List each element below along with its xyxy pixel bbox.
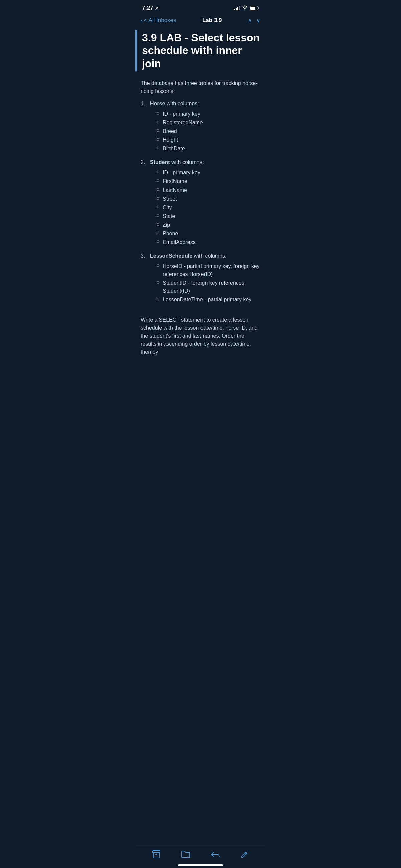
list-item: 1. Horse with columns: ID - primary key … (141, 101, 260, 153)
bullet-icon (157, 265, 159, 267)
list-item: EmailAddress (157, 238, 260, 246)
list-item: 2. Student with columns: ID - primary ke… (141, 159, 260, 246)
bullet-icon (157, 171, 159, 174)
list-number: 1. (141, 101, 147, 106)
bullet-icon (157, 138, 159, 141)
list-number: 3. (141, 253, 147, 259)
column-text: Phone (163, 229, 260, 238)
column-text: EmailAddress (163, 238, 260, 246)
column-text: HorseID - partial primary key, foreign k… (163, 262, 260, 278)
list-item: HorseID - partial primary key, foreign k… (157, 262, 260, 278)
table-suffix-lesson: with columns: (192, 253, 226, 259)
nav-title: Lab 3.9 (202, 17, 222, 24)
list-item: BirthDate (157, 145, 260, 153)
wifi-icon (242, 5, 248, 11)
tables-list: 1. Horse with columns: ID - primary key … (141, 101, 260, 304)
list-item: FirstName (157, 178, 260, 186)
status-bar: 7:27 ↗ (135, 0, 266, 14)
bullet-icon (157, 197, 159, 199)
bullet-icon (157, 240, 159, 243)
list-item: ID - primary key (157, 110, 260, 118)
bullet-icon (157, 147, 159, 149)
status-time: 7:27 ↗ (142, 5, 158, 11)
table-header-horse: 1. Horse with columns: (141, 101, 260, 106)
nav-up-button[interactable]: ∧ (248, 17, 252, 24)
list-item: StudentID - foreign key references Stude… (157, 279, 260, 295)
column-text: State (163, 212, 260, 220)
list-item: Phone (157, 229, 260, 238)
nav-down-button[interactable]: ∨ (256, 17, 260, 24)
intro-text: The database has three tables for tracki… (141, 79, 260, 95)
bullet-icon (157, 231, 159, 234)
student-columns-list: ID - primary key FirstName LastName Stre… (141, 169, 260, 246)
battery-icon (250, 6, 259, 10)
list-item: RegisteredName (157, 119, 260, 127)
bullet-icon (157, 121, 159, 123)
column-text: Zip (163, 221, 260, 229)
bullet-icon (157, 180, 159, 182)
page-title: 3.9 LAB - Select lesson schedule with in… (142, 31, 260, 70)
list-number: 2. (141, 159, 147, 165)
list-item: State (157, 212, 260, 220)
table-name-lesson: LessonSchedule (150, 253, 192, 259)
nav-bar: ‹ < All Inboxes Lab 3.9 ∧ ∨ (135, 14, 266, 27)
bullet-icon (157, 206, 159, 208)
table-suffix-horse: with columns: (165, 101, 199, 106)
main-content: The database has three tables for tracki… (135, 74, 266, 304)
bullet-icon (157, 112, 159, 115)
column-text: FirstName (163, 178, 260, 186)
bullet-icon (157, 188, 159, 191)
list-item: 3. LessonSchedule with columns: HorseID … (141, 253, 260, 304)
back-label[interactable]: < All Inboxes (144, 17, 177, 24)
bullet-icon (157, 298, 159, 301)
column-text: LessonDateTime - partial primary key (163, 296, 260, 304)
column-text: Breed (163, 127, 260, 135)
list-item: Zip (157, 221, 260, 229)
page-title-container: 3.9 LAB - Select lesson schedule with in… (135, 27, 266, 74)
list-item: LastName (157, 186, 260, 194)
bullet-icon (157, 281, 159, 284)
column-text: RegisteredName (163, 119, 260, 127)
write-section: Write a SELECT statement to create a les… (135, 310, 266, 356)
column-text: ID - primary key (163, 169, 260, 177)
list-item: Street (157, 195, 260, 203)
status-icons (234, 5, 259, 11)
column-text: BirthDate (163, 145, 260, 153)
table-name-student: Student (150, 159, 170, 165)
list-item: Breed (157, 127, 260, 135)
signal-icon (234, 6, 240, 10)
bullet-icon (157, 214, 159, 217)
table-name-horse: Horse (150, 101, 165, 106)
column-text: Height (163, 136, 260, 144)
column-text: StudentID - foreign key references Stude… (163, 279, 260, 295)
list-item: Height (157, 136, 260, 144)
table-suffix-student: with columns: (170, 159, 204, 165)
horse-columns-list: ID - primary key RegisteredName Breed He… (141, 110, 260, 153)
bullet-icon (157, 129, 159, 132)
list-item: LessonDateTime - partial primary key (157, 296, 260, 304)
column-text: LastName (163, 186, 260, 194)
nav-arrows: ∧ ∨ (248, 17, 260, 24)
lesson-columns-list: HorseID - partial primary key, foreign k… (141, 262, 260, 304)
column-text: Street (163, 195, 260, 203)
location-arrow-icon: ↗ (155, 6, 158, 11)
column-text: City (163, 204, 260, 212)
write-text: Write a SELECT statement to create a les… (141, 316, 260, 356)
list-item: City (157, 204, 260, 212)
table-header-lesson: 3. LessonSchedule with columns: (141, 253, 260, 259)
list-item: ID - primary key (157, 169, 260, 177)
bullet-icon (157, 223, 159, 226)
table-header-student: 2. Student with columns: (141, 159, 260, 165)
chevron-left-icon: ‹ (141, 17, 143, 24)
svg-point-0 (244, 9, 245, 9)
column-text: ID - primary key (163, 110, 260, 118)
back-button[interactable]: ‹ < All Inboxes (141, 17, 177, 24)
